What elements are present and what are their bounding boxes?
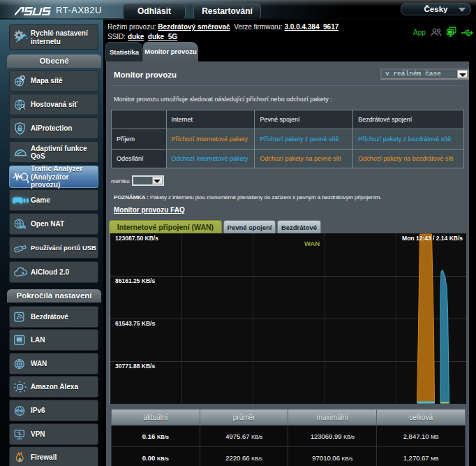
svg-text:IPV6: IPV6 (15, 409, 24, 413)
